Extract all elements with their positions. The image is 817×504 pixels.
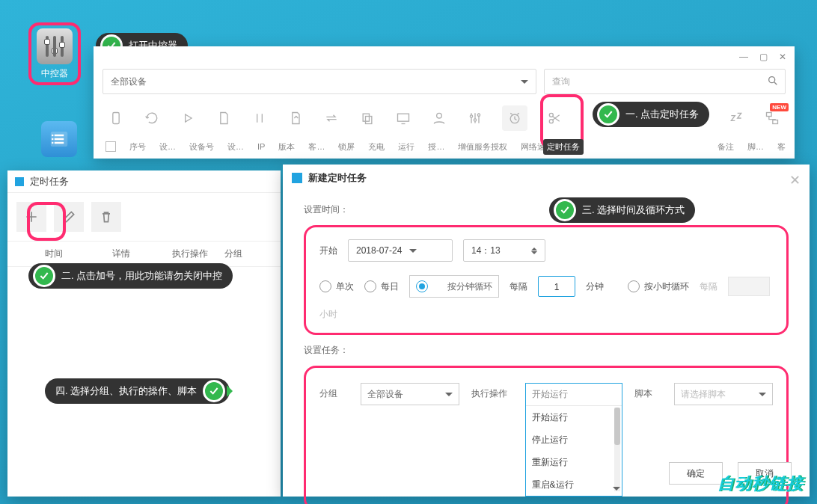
svg-rect-6	[363, 114, 369, 121]
freq-minute-radio[interactable]: 按分钟循环	[409, 275, 499, 298]
svg-rect-18	[773, 120, 778, 124]
launcher-controller-label: 中控器	[41, 67, 68, 80]
add-task-button[interactable]	[16, 202, 46, 232]
cancel-button[interactable]: 取消	[738, 462, 792, 485]
delete-task-button[interactable]	[91, 202, 121, 232]
check-icon	[597, 103, 619, 126]
checklist-icon	[41, 121, 77, 157]
callout-step3: 三. 选择时间及循环方式	[549, 197, 695, 223]
chevron-down-icon	[759, 393, 766, 400]
svg-point-2	[52, 138, 54, 141]
action-option[interactable]: 重新运行	[526, 451, 622, 473]
search-input[interactable]: 查询	[544, 69, 786, 94]
tb-doc-icon[interactable]	[215, 109, 233, 127]
svg-rect-8	[398, 114, 409, 121]
schedule-panel: 定时任务 时间 详情 执行操作 分组	[7, 170, 281, 497]
dialog-title: 新建定时任务	[308, 171, 367, 185]
device-filter-dropdown[interactable]: 全部设备	[102, 69, 536, 94]
tb-tune-icon[interactable]	[466, 109, 484, 127]
check-icon	[203, 380, 225, 402]
tb-alarm-icon[interactable]	[502, 105, 527, 131]
check-icon	[554, 199, 576, 221]
panel-marker-icon	[15, 177, 24, 186]
action-current: 开始运行	[526, 384, 622, 406]
callout-step4: 四. 选择分组、执行的操作、脚本	[45, 378, 230, 404]
listbox-scrollbar[interactable]	[614, 408, 620, 491]
hour-interval-input	[728, 277, 770, 296]
tb-user-icon[interactable]	[430, 109, 448, 127]
tb-monitor-icon[interactable]	[394, 109, 412, 127]
ok-button[interactable]: 确定	[669, 462, 723, 485]
action-option[interactable]: 重启&运行	[526, 473, 622, 496]
callout-step1: 一. 点击定时任务	[593, 102, 709, 127]
maximize-button[interactable]: ▢	[757, 51, 769, 63]
tb-pause-icon[interactable]	[251, 109, 269, 127]
svg-rect-17	[767, 113, 772, 117]
action-option[interactable]: 开始运行	[526, 406, 622, 428]
close-button[interactable]: ✕	[777, 51, 789, 63]
schedule-panel-title: 定时任务	[30, 175, 69, 188]
device-table-header: 序号 设… 设备号 设… IP 版本 客… 锁屏 充电 运行 授… 增值服务授权…	[102, 136, 786, 157]
spinner-icon	[531, 245, 537, 257]
svg-point-10	[470, 115, 472, 117]
script-label: 脚本	[634, 383, 662, 400]
freq-hour-radio[interactable]: 按小时循环	[628, 280, 689, 293]
chevron-down-icon	[613, 487, 620, 494]
tb-refresh-icon[interactable]	[143, 109, 161, 127]
dialog-close-button[interactable]: ✕	[789, 172, 801, 188]
svg-point-3	[52, 142, 54, 144]
tb-device-icon[interactable]	[107, 109, 125, 127]
date-picker[interactable]: 2018-07-24	[348, 239, 453, 262]
start-label: 开始	[319, 245, 337, 257]
check-icon	[33, 265, 55, 287]
tb-play-icon[interactable]	[179, 109, 197, 127]
tb-sleep-icon[interactable]	[727, 109, 745, 127]
svg-point-1	[52, 135, 54, 137]
svg-rect-5	[113, 113, 119, 124]
edit-task-button[interactable]	[54, 202, 84, 232]
group-label: 分组	[319, 383, 349, 400]
tb-scissors-icon[interactable]	[545, 109, 563, 127]
select-all-checkbox[interactable]	[105, 141, 116, 152]
script-select[interactable]: 请选择脚本	[674, 383, 773, 405]
chevron-down-icon	[409, 249, 417, 256]
svg-point-4	[769, 76, 775, 82]
set-time-label: 设置时间：	[304, 203, 789, 216]
group-select[interactable]: 全部设备	[361, 383, 459, 405]
svg-point-12	[477, 114, 480, 116]
search-icon	[767, 75, 779, 89]
dialog-marker-icon	[292, 173, 302, 183]
chevron-down-icon	[521, 80, 528, 87]
minute-interval-input[interactable]: 1	[538, 276, 575, 297]
svg-point-9	[437, 113, 442, 118]
chevron-down-icon	[445, 393, 453, 400]
action-label: 执行操作	[471, 383, 513, 400]
time-settings-box: 开始 2018-07-24 14：13 单次 每日 按分钟循环 每隔 1 分钟 …	[304, 225, 789, 335]
callout-step2: 二. 点击加号，用此功能请勿关闭中控	[28, 263, 233, 289]
new-task-dialog: 新建定时任务 ✕ 设置时间： 开始 2018-07-24 14：13 单次 每日…	[283, 165, 810, 497]
alarm-tooltip: 定时任务	[543, 139, 584, 155]
equalizer-icon	[37, 28, 73, 64]
action-option[interactable]: 停止运行	[526, 428, 622, 451]
tb-sync-icon[interactable]	[322, 109, 340, 127]
svg-point-11	[474, 119, 476, 121]
freq-once-radio[interactable]: 单次	[319, 280, 354, 293]
window-controls: — ▢ ✕	[738, 51, 789, 63]
launcher-list[interactable]	[37, 112, 81, 166]
launcher-controller[interactable]: 中控器	[33, 27, 76, 81]
svg-rect-7	[366, 117, 372, 124]
action-select-open[interactable]: 开始运行 开始运行 停止运行 重新运行 重启&运行	[525, 383, 623, 497]
freq-daily-radio[interactable]: 每日	[364, 280, 399, 293]
tb-network-icon[interactable]: NEW	[763, 109, 781, 127]
tb-export-icon[interactable]	[287, 109, 305, 127]
time-picker[interactable]: 14：13	[463, 239, 545, 262]
tb-copy-icon[interactable]	[358, 109, 376, 127]
minimize-button[interactable]: —	[738, 51, 750, 63]
set-task-label: 设置任务：	[304, 344, 789, 357]
